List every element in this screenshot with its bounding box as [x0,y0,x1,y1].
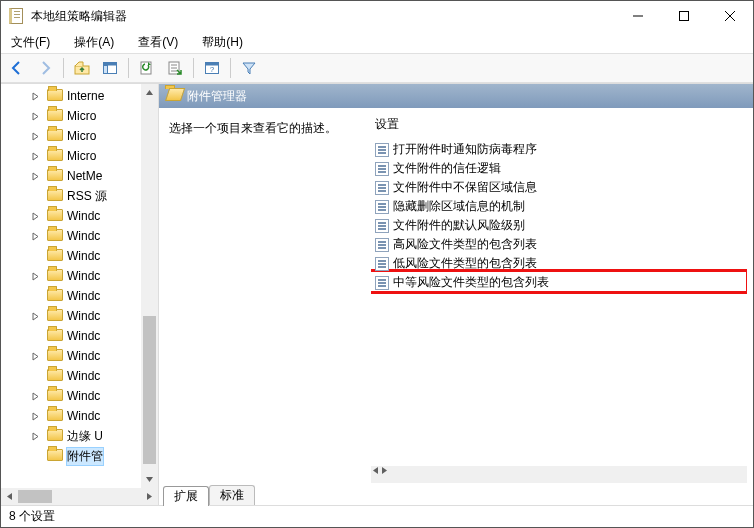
expand-icon[interactable] [29,170,41,182]
tree-vertical-scrollbar[interactable] [141,84,158,488]
settings-item[interactable]: 文件附件的默认风险级别 [373,216,745,235]
settings-item[interactable]: 文件附件的信任逻辑 [373,159,745,178]
menu-view[interactable]: 查看(V) [132,32,184,53]
settings-horizontal-scrollbar[interactable] [371,466,747,483]
menu-file[interactable]: 文件(F) [5,32,56,53]
scroll-up-button[interactable] [141,84,158,101]
menu-action[interactable]: 操作(A) [68,32,120,53]
tab-extended[interactable]: 扩展 [163,486,209,506]
statusbar: 8 个设置 [1,505,753,527]
scroll-right-button[interactable] [380,466,389,483]
scroll-down-button[interactable] [141,471,158,488]
scroll-thumb[interactable] [143,316,156,464]
back-button[interactable] [5,56,29,80]
body: InterneMicroMicroMicroNetMeRSS 源WindcWin… [1,83,753,505]
tree-item[interactable]: Windc [7,346,158,366]
settings-item[interactable]: 高风险文件类型的包含列表 [373,235,745,254]
policy-icon [375,143,389,157]
tree-item[interactable]: Windc [7,266,158,286]
tree-item[interactable]: Windc [7,206,158,226]
tree-item[interactable]: Interne [7,86,158,106]
expand-icon[interactable] [29,230,41,242]
expand-icon[interactable] [29,310,41,322]
tree-item[interactable]: RSS 源 [7,186,158,206]
tree-item[interactable]: 附件管 [7,446,158,466]
expand-icon[interactable] [29,410,41,422]
tree-item-label: Windc [67,309,100,323]
policy-icon [375,276,389,290]
tree-item-label: Interne [67,89,104,103]
settings-column: 设置 打开附件时通知防病毒程序文件附件的信任逻辑文件附件中不保留区域信息隐藏删除… [371,114,747,483]
svg-text:?: ? [210,65,215,74]
tree[interactable]: InterneMicroMicroMicroNetMeRSS 源WindcWin… [1,84,158,468]
menu-help[interactable]: 帮助(H) [196,32,249,53]
scroll-track[interactable] [141,101,158,471]
help-button[interactable]: ? [200,56,224,80]
filter-button[interactable] [237,56,261,80]
scroll-thumb[interactable] [18,490,52,503]
tree-item-label: Windc [67,229,100,243]
expand-placeholder [29,290,41,302]
settings-item[interactable]: 文件附件中不保留区域信息 [373,178,745,197]
policy-icon [375,219,389,233]
settings-item-label: 隐藏删除区域信息的机制 [393,198,525,215]
folder-icon [47,169,63,184]
expand-icon[interactable] [29,270,41,282]
tree-item[interactable]: Micro [7,106,158,126]
tree-item[interactable]: Micro [7,146,158,166]
tree-item[interactable]: Windc [7,306,158,326]
titlebar: 本地组策略编辑器 [1,1,753,31]
scroll-left-button[interactable] [371,466,380,483]
tree-item[interactable]: Windc [7,326,158,346]
refresh-button[interactable] [135,56,159,80]
tree-item[interactable]: Windc [7,226,158,246]
tree-item-label: Windc [67,249,100,263]
scroll-track[interactable] [18,488,141,505]
scroll-left-button[interactable] [1,488,18,505]
expand-icon[interactable] [29,90,41,102]
settings-item[interactable]: 打开附件时通知防病毒程序 [373,140,745,159]
expand-icon[interactable] [29,210,41,222]
tree-item-label: Micro [67,109,96,123]
tree-horizontal-scrollbar[interactable] [1,488,158,505]
svg-rect-4 [104,66,108,74]
expand-icon[interactable] [29,350,41,362]
maximize-button[interactable] [661,1,707,31]
expand-icon[interactable] [29,390,41,402]
tree-item-label: Windc [67,269,100,283]
pane-heading: 附件管理器 [159,84,753,108]
expand-icon[interactable] [29,150,41,162]
toolbar: ? [1,53,753,83]
show-hide-tree-button[interactable] [98,56,122,80]
tree-item[interactable]: Windc [7,406,158,426]
tab-standard[interactable]: 标准 [209,485,255,505]
expand-icon[interactable] [29,130,41,142]
expand-icon[interactable] [29,430,41,442]
folder-icon [47,249,63,264]
export-list-button[interactable] [163,56,187,80]
tree-item[interactable]: Windc [7,286,158,306]
settings-item[interactable]: 隐藏删除区域信息的机制 [373,197,745,216]
tree-item[interactable]: NetMe [7,166,158,186]
tree-item[interactable]: Windc [7,386,158,406]
tree-item[interactable]: Windc [7,246,158,266]
folder-icon [47,369,63,384]
folder-icon [47,349,63,364]
close-button[interactable] [707,1,753,31]
settings-column-header[interactable]: 设置 [371,114,747,136]
settings-item-label: 低风险文件类型的包含列表 [393,255,537,272]
forward-button[interactable] [33,56,57,80]
toolbar-separator [230,58,231,78]
scroll-right-button[interactable] [141,488,158,505]
settings-item[interactable]: 低风险文件类型的包含列表 [373,254,745,273]
policy-icon [375,257,389,271]
tree-item[interactable]: Windc [7,366,158,386]
tree-item[interactable]: Micro [7,126,158,146]
settings-list[interactable]: 打开附件时通知防病毒程序文件附件的信任逻辑文件附件中不保留区域信息隐藏删除区域信… [371,136,747,466]
expand-icon[interactable] [29,110,41,122]
minimize-button[interactable] [615,1,661,31]
up-button[interactable] [70,56,94,80]
tree-item-label: Windc [67,389,100,403]
tree-item[interactable]: 边缘 U [7,426,158,446]
settings-item[interactable]: 中等风险文件类型的包含列表 [373,273,745,292]
